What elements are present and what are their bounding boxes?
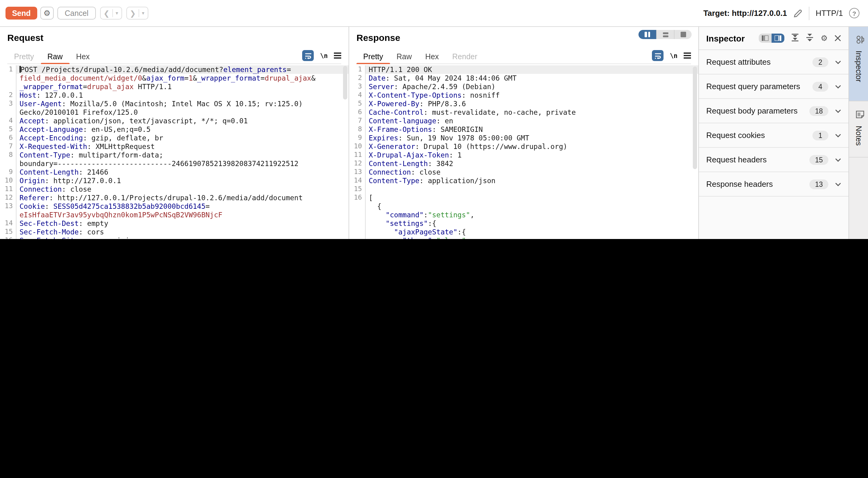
- code-line[interactable]: 7X-Requested-With: XMLHttpRequest: [0, 142, 348, 151]
- code-line[interactable]: boundary=---------------------------2466…: [0, 159, 348, 168]
- code-line[interactable]: 13Cookie: SESS05d4275ca1538832b5ab92000b…: [0, 202, 348, 211]
- cancel-button[interactable]: Cancel: [57, 7, 96, 20]
- code-line[interactable]: 15: [349, 185, 698, 193]
- code-line[interactable]: 6Cache-Control: must-revalidate, no-cach…: [349, 108, 698, 117]
- code-line[interactable]: 15Sec-Fetch-Mode: cors: [0, 228, 348, 236]
- response-tabs: Pretty Raw Hex Render \: [356, 50, 691, 64]
- inspector-section-body-params[interactable]: Request body parameters 18: [699, 99, 848, 123]
- section-label: Request body parameters: [706, 106, 798, 115]
- code-line[interactable]: "command":"settings",: [349, 211, 698, 219]
- code-line[interactable]: 9Content-Length: 21466: [0, 168, 348, 176]
- code-line[interactable]: 11Connection: close: [0, 185, 348, 193]
- code-line[interactable]: 8X-Frame-Options: SAMEORIGIN: [349, 125, 698, 134]
- send-button[interactable]: Send: [5, 7, 37, 20]
- inspector-panel: Inspector: [698, 27, 848, 239]
- send-settings-button[interactable]: ⚙: [40, 7, 54, 20]
- code-line[interactable]: 11X-Drupal-Ajax-Token: 1: [349, 151, 698, 159]
- tab-render[interactable]: Render: [445, 49, 484, 64]
- inspector-settings-icon[interactable]: ⚙: [821, 34, 828, 43]
- code-line[interactable]: 16[: [349, 193, 698, 202]
- word-wrap-toggle[interactable]: [652, 50, 664, 61]
- code-line[interactable]: 5X-Powered-By: PHP/8.3.6: [349, 99, 698, 108]
- code-line[interactable]: 12Content-Length: 3842: [349, 159, 698, 168]
- code-line[interactable]: 4X-Content-Type-Options: nosniff: [349, 91, 698, 99]
- expand-all-icon[interactable]: [792, 33, 799, 43]
- line-number: 11: [349, 151, 366, 159]
- chevron-down-icon: [835, 158, 841, 161]
- code-line[interactable]: "ajaxPageState":{: [349, 228, 698, 236]
- code-line[interactable]: "settings":{: [349, 219, 698, 228]
- dock-right-button[interactable]: [772, 34, 785, 43]
- code-line[interactable]: 14Sec-Fetch-Dest: empty: [0, 219, 348, 228]
- chevron-down-icon: [835, 109, 841, 113]
- response-editor[interactable]: 1HTTP/1.1 200 OK2Date: Sat, 04 May 2024 …: [349, 64, 698, 239]
- code-line[interactable]: "theme":"claro",: [349, 236, 698, 239]
- response-panel-header: Response Pretty Raw Hex Render: [349, 27, 698, 64]
- show-newlines-toggle[interactable]: \n: [320, 52, 328, 59]
- editor-menu-icon[interactable]: [684, 53, 691, 59]
- line-number: [0, 159, 17, 168]
- edit-target-icon[interactable]: [793, 8, 803, 18]
- request-editor[interactable]: 1POST /Projects/drupal-10.2.6/media/add/…: [0, 64, 348, 239]
- editor-menu-icon[interactable]: [334, 53, 341, 59]
- code-line[interactable]: 3Server: Apache/2.4.59 (Debian): [349, 82, 698, 91]
- code-line[interactable]: 1POST /Projects/drupal-10.2.6/media/add/…: [0, 65, 348, 74]
- tab-hex[interactable]: Hex: [418, 49, 445, 64]
- code-line[interactable]: 9Expires: Sun, 19 Nov 1978 05:00:00 GMT: [349, 134, 698, 142]
- code-line[interactable]: 10Origin: http://127.0.0.1: [0, 176, 348, 185]
- tab-raw[interactable]: Raw: [390, 49, 418, 64]
- code-line[interactable]: Gecko/20100101 Firefox/125.0: [0, 108, 348, 117]
- inspector-section-cookies[interactable]: Request cookies 1: [699, 123, 848, 148]
- inspector-section-request-headers[interactable]: Request headers 15: [699, 148, 848, 172]
- http-version-selector[interactable]: HTTP/1: [815, 8, 843, 18]
- code-line[interactable]: 3User-Agent: Mozilla/5.0 (Macintosh; Int…: [0, 99, 348, 108]
- response-scrollbar[interactable]: [693, 66, 697, 169]
- inspector-section-request-attributes[interactable]: Request attributes 2: [699, 50, 848, 74]
- code-line[interactable]: field_media_document/widget/0&ajax_form=…: [0, 74, 348, 82]
- response-editor-toggles: \n: [652, 50, 691, 63]
- code-line[interactable]: 8Content-Type: multipart/form-data;: [0, 151, 348, 159]
- code-line[interactable]: 12Referer: http://127.0.0.1/Projects/dru…: [0, 193, 348, 202]
- show-newlines-toggle[interactable]: \n: [670, 52, 678, 59]
- inspector-close-icon[interactable]: [834, 33, 841, 43]
- code-line[interactable]: 2Date: Sat, 04 May 2024 18:44:06 GMT: [349, 74, 698, 82]
- code-line[interactable]: 16Sec-Fetch-Site: same-origin: [0, 236, 348, 239]
- inspector-layout-toggle: [759, 34, 785, 43]
- code-line[interactable]: 14Content-Type: application/json: [349, 176, 698, 185]
- history-back-button[interactable]: ❮ ▼: [100, 7, 122, 20]
- inspector-section-query-params[interactable]: Request query parameters 4: [699, 74, 848, 99]
- help-icon[interactable]: ?: [849, 8, 860, 18]
- inspector-section-response-headers[interactable]: Response headers 13: [699, 172, 848, 197]
- code-line[interactable]: 2Host: 127.0.0.1: [0, 91, 348, 99]
- history-forward-button[interactable]: ❯ ▼: [126, 7, 148, 20]
- code-line[interactable]: {: [349, 202, 698, 211]
- code-line[interactable]: 1HTTP/1.1 200 OK: [349, 65, 698, 74]
- request-tabs: Pretty Raw Hex \n: [7, 50, 341, 64]
- line-number: [349, 228, 366, 236]
- code-line[interactable]: _wrapper_format=drupal_ajax HTTP/1.1: [0, 82, 348, 91]
- code-line[interactable]: 5Accept-Language: en-US,en;q=0.5: [0, 125, 348, 134]
- tab-raw[interactable]: Raw: [40, 49, 69, 64]
- code-line[interactable]: 10X-Generator: Drupal 10 (https://www.dr…: [349, 142, 698, 151]
- code-line[interactable]: 7Content-language: en: [349, 117, 698, 125]
- code-line[interactable]: 13Connection: close: [349, 168, 698, 176]
- line-number: [0, 108, 17, 117]
- wrap-icon: [305, 52, 312, 59]
- tab-pretty[interactable]: Pretty: [7, 49, 40, 64]
- collapse-all-icon[interactable]: [806, 33, 814, 43]
- tab-pretty[interactable]: Pretty: [356, 49, 390, 64]
- gear-icon: ⚙: [43, 8, 50, 18]
- request-scrollbar[interactable]: [343, 66, 347, 99]
- tab-hex[interactable]: Hex: [69, 49, 96, 64]
- dock-left-button[interactable]: [759, 34, 772, 43]
- side-tab-inspector[interactable]: Inspector: [849, 27, 868, 101]
- line-number: 15: [0, 228, 17, 236]
- word-wrap-toggle[interactable]: [303, 50, 314, 61]
- caret-down-icon: ▼: [139, 11, 147, 15]
- request-editor-toggles: \n: [303, 50, 341, 63]
- response-title: Response: [356, 32, 691, 44]
- code-line[interactable]: eIsHfaaETVr3av95yvbqQhzn0kom1P5wPcNSqB2V…: [0, 211, 348, 219]
- code-line[interactable]: 6Accept-Encoding: gzip, deflate, br: [0, 134, 348, 142]
- code-line[interactable]: 4Accept: application/json, text/javascri…: [0, 117, 348, 125]
- side-tab-notes[interactable]: Notes: [849, 101, 868, 157]
